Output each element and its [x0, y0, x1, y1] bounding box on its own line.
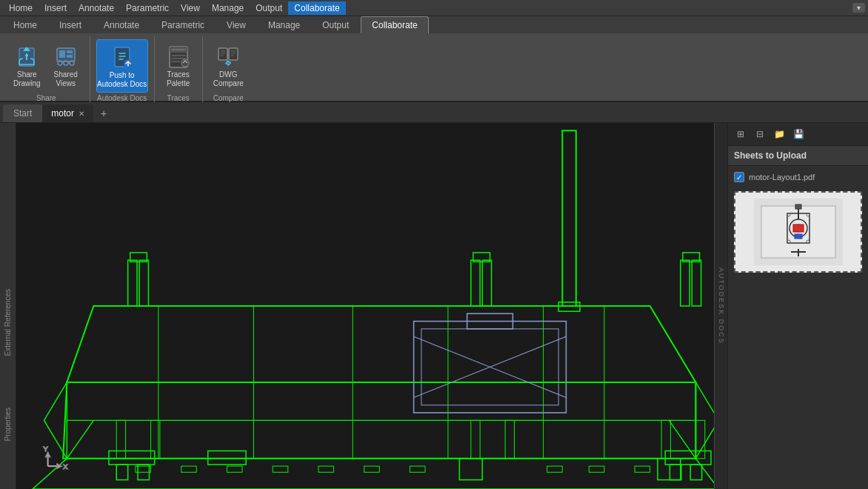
share-drawing-button[interactable]: ShareDrawing [9, 39, 45, 91]
svg-rect-13 [218, 48, 227, 60]
sheet-checkbox[interactable] [734, 172, 744, 182]
ribbon-group-autodesk-docs: Push toAutodesk Docs Autodesk Docs [90, 36, 155, 105]
main-area: External References Properties [0, 123, 868, 489]
autodesk-docs-text: AUTODESK DOCS [718, 267, 725, 345]
panel-icon-4[interactable]: 💾 [790, 126, 807, 142]
menu-annotate[interactable]: Annotate [73, 1, 120, 15]
right-panel: ⊞ ⊟ 📁 💾 Sheets to Upload motor-Layout1.p… [727, 123, 868, 489]
svg-text:Y: Y [43, 445, 47, 453]
svg-rect-2 [59, 50, 65, 58]
ribbon-group-compare: DWGCompare Compare [203, 36, 254, 105]
share-drawing-icon [13, 42, 40, 69]
push-to-autodesk-docs-button[interactable]: Push toAutodesk Docs [96, 39, 148, 93]
push-to-docs-label: Push toAutodesk Docs [97, 71, 147, 89]
panel-icon-1[interactable]: ⊞ [732, 126, 749, 142]
autodesk-docs-side-label: AUTODESK DOCS [714, 123, 727, 489]
traces-palette-button[interactable]: TracesPalette [161, 39, 196, 91]
svg-text:X: X [63, 463, 67, 470]
tab-insert[interactable]: Insert [49, 17, 92, 33]
panel-icon-3[interactable]: 📁 [771, 126, 787, 142]
shared-views-label: SharedViews [54, 70, 78, 88]
cad-drawing-svg: Y X [16, 123, 727, 489]
properties-panel[interactable]: Properties [4, 405, 12, 445]
sheet-name: motor-Layout1.pdf [749, 173, 815, 182]
tab-motor-label: motor [51, 108, 74, 119]
menu-manage[interactable]: Manage [206, 1, 250, 15]
tab-view[interactable]: View [216, 17, 256, 33]
tab-manage[interactable]: Manage [258, 17, 310, 33]
tab-add-button[interactable]: + [95, 104, 113, 122]
ribbon-content: ShareDrawing [0, 33, 868, 105]
svg-rect-81 [795, 204, 801, 209]
tab-annotate[interactable]: Annotate [93, 17, 150, 33]
traces-palette-icon [165, 42, 192, 69]
ribbon: Home Insert Annotate Parametric View Man… [0, 16, 868, 102]
sheet-item: motor-Layout1.pdf [734, 172, 862, 182]
share-drawing-label: ShareDrawing [13, 70, 41, 88]
tab-bar: Start motor ✕ + [0, 102, 868, 123]
panel-top-icons: ⊞ ⊟ 📁 💾 [728, 123, 868, 146]
ribbon-compare-items: DWGCompare [209, 36, 248, 93]
tab-motor-close[interactable]: ✕ [79, 110, 84, 118]
menu-view[interactable]: View [175, 1, 206, 15]
tab-parametric[interactable]: Parametric [151, 17, 215, 33]
ribbon-docs-items: Push toAutodesk Docs [96, 36, 148, 93]
panel-title: Sheets to Upload [734, 150, 862, 161]
menu-collaborate[interactable]: Collaborate [288, 1, 345, 15]
tab-motor[interactable]: motor ✕ [42, 104, 93, 122]
svg-rect-4 [67, 55, 73, 58]
dwg-compare-button[interactable]: DWGCompare [209, 39, 248, 91]
menu-bar: Home Insert Annotate Parametric View Man… [0, 0, 868, 16]
ribbon-tabs: Home Insert Annotate Parametric View Man… [0, 16, 868, 33]
sheets-list: motor-Layout1.pdf [728, 166, 868, 188]
ribbon-group-traces: TracesPalette Traces [155, 36, 203, 105]
external-references-panel[interactable]: External References [4, 286, 12, 359]
traces-palette-label: TracesPalette [167, 70, 190, 88]
svg-rect-83 [795, 234, 802, 239]
menu-home[interactable]: Home [3, 1, 39, 15]
quick-access-dropdown[interactable]: ▾ [852, 3, 865, 13]
panel-icon-2[interactable]: ⊟ [752, 126, 768, 142]
ribbon-group-share: ShareDrawing [3, 36, 90, 105]
menu-parametric[interactable]: Parametric [120, 1, 175, 15]
sheet-thumbnail[interactable] [734, 191, 862, 273]
menu-output[interactable]: Output [250, 1, 288, 15]
tab-home[interactable]: Home [3, 17, 47, 33]
tab-output[interactable]: Output [312, 17, 359, 33]
shared-views-icon [53, 42, 79, 69]
panel-header: Sheets to Upload [728, 146, 868, 166]
svg-rect-14 [229, 48, 238, 60]
shared-views-button[interactable]: SharedViews [48, 39, 84, 91]
cad-canvas-area[interactable]: Y X AUTODESK DOCS [16, 123, 727, 489]
push-to-docs-icon [109, 43, 136, 70]
ribbon-share-items: ShareDrawing [9, 36, 84, 93]
svg-rect-82 [793, 224, 804, 232]
tab-start[interactable]: Start [3, 104, 42, 122]
tab-collaborate[interactable]: Collaborate [361, 16, 428, 33]
ribbon-traces-items: TracesPalette [161, 36, 196, 93]
menu-insert[interactable]: Insert [39, 1, 73, 15]
dwg-compare-icon [215, 42, 241, 69]
thumbnail-svg [754, 199, 843, 265]
dwg-compare-label: DWGCompare [213, 70, 244, 88]
svg-rect-3 [67, 50, 73, 53]
left-side-panel: External References Properties [0, 123, 16, 489]
